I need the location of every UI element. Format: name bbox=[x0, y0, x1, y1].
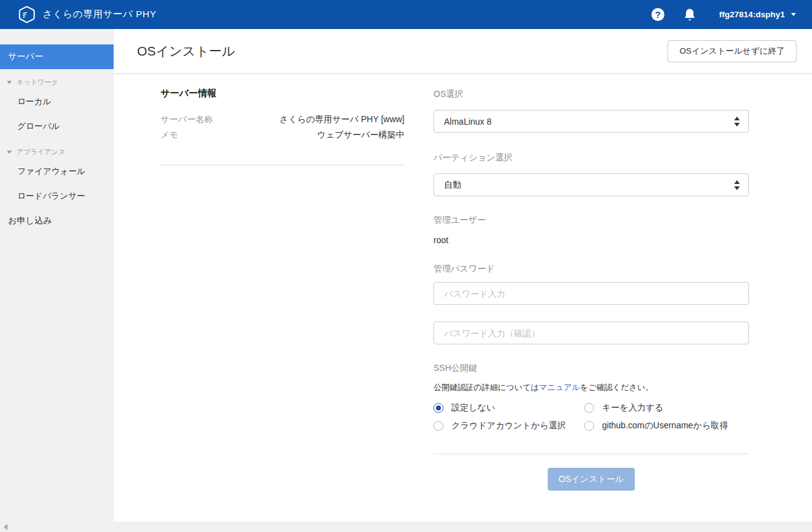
manual-link[interactable]: マニュアル bbox=[539, 383, 580, 392]
memo-label: メモ bbox=[161, 127, 178, 143]
ssh-key-label: SSH公開鍵 bbox=[433, 362, 749, 374]
sidebar-group-appliance[interactable]: アプライアンス bbox=[0, 144, 114, 159]
ssh-radio-1[interactable]: キーを入力する bbox=[584, 402, 749, 414]
chevron-down-icon bbox=[7, 81, 12, 84]
server-name-label: サーバー名称 bbox=[161, 112, 213, 127]
partition-select-label: パーティション選択 bbox=[433, 151, 749, 164]
memo-value: ウェブサーバー構築中 bbox=[317, 127, 404, 143]
help-button[interactable]: ? bbox=[645, 2, 671, 28]
sidebar-item-label: ローカル bbox=[17, 96, 51, 107]
form-divider bbox=[433, 454, 749, 454]
submit-row: OSインストール bbox=[433, 468, 749, 491]
password-confirm-input[interactable] bbox=[433, 322, 749, 344]
brand[interactable]: さくらの専用サーバ PHY bbox=[19, 6, 156, 23]
ssh-radio-0[interactable]: 設定しない bbox=[433, 402, 584, 414]
sidebar-group-label: アプライアンス bbox=[17, 148, 65, 157]
partition-select-value: 自動 bbox=[444, 180, 461, 191]
ssh-radio-2[interactable]: クラウドアカウントから選択 bbox=[433, 420, 584, 431]
admin-password-label: 管理パスワード bbox=[433, 262, 749, 275]
collapse-sidebar-icon[interactable] bbox=[4, 524, 7, 530]
sidebar-item-label: ファイアウォール bbox=[17, 166, 85, 177]
sidebar-item-loadbalancer[interactable]: ロードバランサー bbox=[0, 184, 114, 209]
server-info-panel: サーバー情報 サーバー名称 さくらの専用サーバ PHY [www] メモ ウェブ… bbox=[161, 88, 404, 491]
help-icon: ? bbox=[651, 8, 664, 21]
ssh-key-options: 設定しない キーを入力する クラウドアカウントから選択 github. bbox=[433, 402, 749, 431]
radio-icon bbox=[584, 403, 594, 413]
top-navbar: さくらの専用サーバ PHY ? ffg27814:dsphy1 bbox=[0, 0, 812, 29]
ssh-note-suffix: をご確認ください。 bbox=[580, 383, 653, 392]
os-select-label: OS選択 bbox=[433, 88, 749, 100]
footer-strip bbox=[0, 522, 812, 532]
sidebar-item-label: ロードバランサー bbox=[17, 191, 85, 202]
partition-select[interactable]: 自動 bbox=[433, 173, 749, 196]
sidebar-item-server[interactable]: サーバー bbox=[0, 44, 114, 69]
password-input[interactable] bbox=[433, 282, 749, 305]
ssh-note-prefix: 公開鍵認証の詳細については bbox=[433, 383, 539, 392]
page-body: サーバー ネットワーク ローカル グローバル アプライアンス ファイアウォール … bbox=[0, 29, 812, 522]
server-info-divider bbox=[161, 165, 404, 165]
select-spinner-icon bbox=[734, 180, 740, 190]
radio-label: クラウドアカウントから選択 bbox=[451, 420, 566, 431]
ssh-radio-3[interactable]: github.comのUsernameから取得 bbox=[584, 420, 749, 431]
sidebar-item-label: グローバル bbox=[17, 121, 60, 132]
admin-user-label: 管理ユーザー bbox=[433, 214, 749, 226]
sidebar-item-global[interactable]: グローバル bbox=[0, 114, 114, 139]
server-name-row: サーバー名称 さくらの専用サーバ PHY [www] bbox=[161, 112, 404, 127]
sidebar-item-local[interactable]: ローカル bbox=[0, 89, 114, 114]
server-name-value: さくらの専用サーバ PHY [www] bbox=[280, 112, 404, 127]
content: サーバー情報 サーバー名称 さくらの専用サーバ PHY [www] メモ ウェブ… bbox=[114, 74, 812, 491]
chevron-down-icon bbox=[791, 13, 796, 16]
admin-user-value: root bbox=[433, 235, 749, 245]
radio-icon bbox=[433, 421, 443, 431]
os-select-value: AlmaLinux 8 bbox=[444, 117, 492, 127]
sidebar-group-label: ネットワーク bbox=[17, 78, 58, 87]
account-id: ffg27814:dsphy1 bbox=[719, 10, 785, 19]
ssh-key-note: 公開鍵認証の詳細についてはマニュアルをご確認ください。 bbox=[433, 382, 749, 393]
brand-name: さくらの専用サーバ PHY bbox=[43, 8, 156, 21]
os-install-form: OS選択 AlmaLinux 8 パーティション選択 自動 bbox=[433, 88, 749, 491]
navbar-right: ? ffg27814:dsphy1 bbox=[645, 2, 796, 28]
sidebar-item-order[interactable]: お申し込み bbox=[0, 209, 114, 233]
select-spinner-icon bbox=[734, 117, 740, 127]
chevron-down-icon bbox=[7, 151, 12, 154]
main-area: OSインストール OSインストールせずに終了 サーバー情報 サーバー名称 さくら… bbox=[114, 29, 812, 522]
sidebar-group-network[interactable]: ネットワーク bbox=[0, 75, 114, 89]
notifications-button[interactable] bbox=[677, 2, 703, 28]
bell-icon bbox=[684, 8, 696, 22]
page-title: OSインストール bbox=[137, 43, 235, 60]
sidebar-item-label: お申し込み bbox=[8, 215, 52, 227]
server-info-heading: サーバー情報 bbox=[161, 88, 404, 99]
radio-label: キーを入力する bbox=[602, 402, 663, 414]
radio-label: github.comのUsernameから取得 bbox=[602, 420, 728, 431]
sidebar-item-firewall[interactable]: ファイアウォール bbox=[0, 159, 114, 184]
radio-label: 設定しない bbox=[451, 402, 495, 414]
account-menu[interactable]: ffg27814:dsphy1 bbox=[719, 10, 796, 19]
radio-icon bbox=[584, 421, 594, 431]
sidebar: サーバー ネットワーク ローカル グローバル アプライアンス ファイアウォール … bbox=[0, 29, 114, 522]
app-window: さくらの専用サーバ PHY ? ffg27814:dsphy1 サーバー bbox=[0, 0, 812, 532]
sidebar-item-label: サーバー bbox=[8, 51, 43, 62]
sakura-hexagon-logo-icon bbox=[19, 6, 35, 23]
memo-row: メモ ウェブサーバー構築中 bbox=[161, 127, 404, 143]
os-install-button[interactable]: OSインストール bbox=[548, 468, 635, 491]
radio-icon bbox=[433, 403, 443, 413]
exit-without-install-button[interactable]: OSインストールせずに終了 bbox=[668, 40, 797, 62]
page-header: OSインストール OSインストールせずに終了 bbox=[114, 29, 812, 74]
os-select[interactable]: AlmaLinux 8 bbox=[433, 110, 749, 133]
